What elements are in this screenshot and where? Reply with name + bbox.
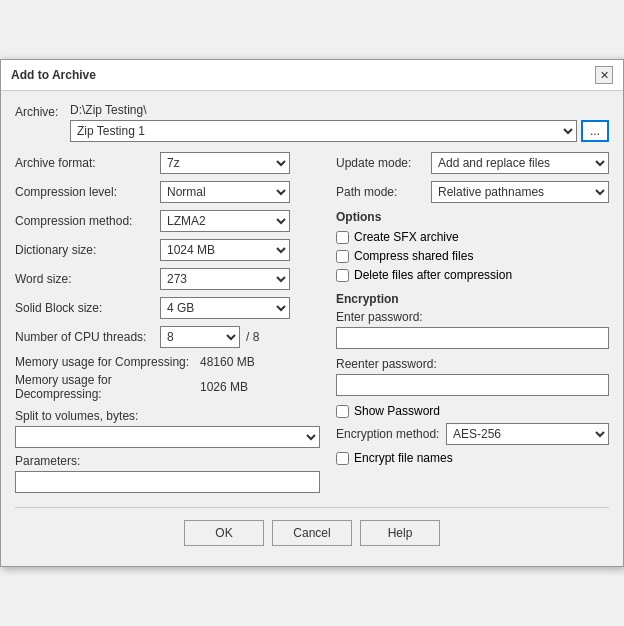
help-button[interactable]: Help xyxy=(360,520,440,546)
dict-row: Dictionary size: 1024 MB xyxy=(15,239,320,261)
update-mode-select[interactable]: Add and replace files xyxy=(431,152,609,174)
word-row: Word size: 273 xyxy=(15,268,320,290)
split-select[interactable] xyxy=(15,426,320,448)
cpu-select[interactable]: 8 xyxy=(160,326,240,348)
path-mode-select[interactable]: Relative pathnames xyxy=(431,181,609,203)
delete-label: Delete files after compression xyxy=(354,268,512,282)
browse-button[interactable]: ... xyxy=(581,120,609,142)
sfx-checkbox[interactable] xyxy=(336,231,349,244)
archive-path: D:\Zip Testing\ xyxy=(70,103,609,117)
cpu-row: Number of CPU threads: 8 / 8 xyxy=(15,326,320,348)
mem-compress-value: 48160 MB xyxy=(200,355,255,369)
mem-compress-label: Memory usage for Compressing: xyxy=(15,355,200,369)
enc-method-select[interactable]: AES-256 xyxy=(446,423,609,445)
params-label: Parameters: xyxy=(15,454,320,468)
reenter-input[interactable] xyxy=(336,374,609,396)
mem-compress-row: Memory usage for Compressing: 48160 MB xyxy=(15,355,320,369)
dict-select[interactable]: 1024 MB xyxy=(160,239,290,261)
shared-label: Compress shared files xyxy=(354,249,473,263)
add-to-archive-dialog: Add to Archive ✕ Archive: D:\Zip Testing… xyxy=(0,59,624,567)
archive-label: Archive: xyxy=(15,103,70,119)
encrypt-names-checkbox[interactable] xyxy=(336,452,349,465)
ok-button[interactable]: OK xyxy=(184,520,264,546)
compression-level-label: Compression level: xyxy=(15,185,160,199)
bottom-buttons: OK Cancel Help xyxy=(15,507,609,556)
archive-name-select[interactable]: Zip Testing 1 xyxy=(70,120,577,142)
options-title: Options xyxy=(336,210,609,224)
encrypt-names-row: Encrypt file names xyxy=(336,451,609,465)
shared-row: Compress shared files xyxy=(336,249,609,263)
title-bar: Add to Archive ✕ xyxy=(1,60,623,91)
dialog-body: Archive: D:\Zip Testing\ Zip Testing 1 .… xyxy=(1,91,623,566)
reenter-label: Reenter password: xyxy=(336,357,609,371)
encryption-group: Encryption Enter password: Reenter passw… xyxy=(336,292,609,465)
mem-decompress-label: Memory usage for Decompressing: xyxy=(15,373,200,401)
delete-checkbox[interactable] xyxy=(336,269,349,282)
word-select[interactable]: 273 xyxy=(160,268,290,290)
dict-label: Dictionary size: xyxy=(15,243,160,257)
update-mode-row: Update mode: Add and replace files xyxy=(336,152,609,174)
right-panel: Update mode: Add and replace files Path … xyxy=(336,152,609,493)
options-group: Options Create SFX archive Compress shar… xyxy=(336,210,609,282)
archive-inputs: D:\Zip Testing\ Zip Testing 1 ... xyxy=(70,103,609,142)
word-label: Word size: xyxy=(15,272,160,286)
password-label: Enter password: xyxy=(336,310,609,324)
close-button[interactable]: ✕ xyxy=(595,66,613,84)
encrypt-names-label: Encrypt file names xyxy=(354,451,453,465)
show-password-label: Show Password xyxy=(354,404,440,418)
format-row: Archive format: 7z xyxy=(15,152,320,174)
dialog-title: Add to Archive xyxy=(11,68,96,82)
split-label: Split to volumes, bytes: xyxy=(15,409,320,423)
show-password-row: Show Password xyxy=(336,404,609,418)
show-password-checkbox[interactable] xyxy=(336,405,349,418)
delete-row: Delete files after compression xyxy=(336,268,609,282)
format-label: Archive format: xyxy=(15,156,160,170)
cpu-max: / 8 xyxy=(246,330,259,344)
method-row: Compression method: LZMA2 xyxy=(15,210,320,232)
cancel-button[interactable]: Cancel xyxy=(272,520,352,546)
update-mode-label: Update mode: xyxy=(336,156,431,170)
compression-level-row: Compression level: Normal xyxy=(15,181,320,203)
compression-level-select[interactable]: Normal xyxy=(160,181,290,203)
mem-decompress-value: 1026 MB xyxy=(200,380,248,394)
path-mode-label: Path mode: xyxy=(336,185,431,199)
method-select[interactable]: LZMA2 xyxy=(160,210,290,232)
archive-select-row: Zip Testing 1 ... xyxy=(70,120,609,142)
main-content: Archive format: 7z Compression level: No… xyxy=(15,152,609,493)
sfx-row: Create SFX archive xyxy=(336,230,609,244)
shared-checkbox[interactable] xyxy=(336,250,349,263)
format-select[interactable]: 7z xyxy=(160,152,290,174)
archive-row: Archive: D:\Zip Testing\ Zip Testing 1 .… xyxy=(15,103,609,142)
path-mode-row: Path mode: Relative pathnames xyxy=(336,181,609,203)
solid-select[interactable]: 4 GB xyxy=(160,297,290,319)
enc-method-label: Encryption method: xyxy=(336,427,446,441)
left-panel: Archive format: 7z Compression level: No… xyxy=(15,152,320,493)
solid-label: Solid Block size: xyxy=(15,301,160,315)
sfx-label: Create SFX archive xyxy=(354,230,459,244)
enc-method-row: Encryption method: AES-256 xyxy=(336,423,609,445)
method-label: Compression method: xyxy=(15,214,160,228)
password-input[interactable] xyxy=(336,327,609,349)
mem-decompress-row: Memory usage for Decompressing: 1026 MB xyxy=(15,373,320,401)
params-input[interactable] xyxy=(15,471,320,493)
solid-row: Solid Block size: 4 GB xyxy=(15,297,320,319)
cpu-label: Number of CPU threads: xyxy=(15,330,160,344)
encryption-title: Encryption xyxy=(336,292,609,306)
